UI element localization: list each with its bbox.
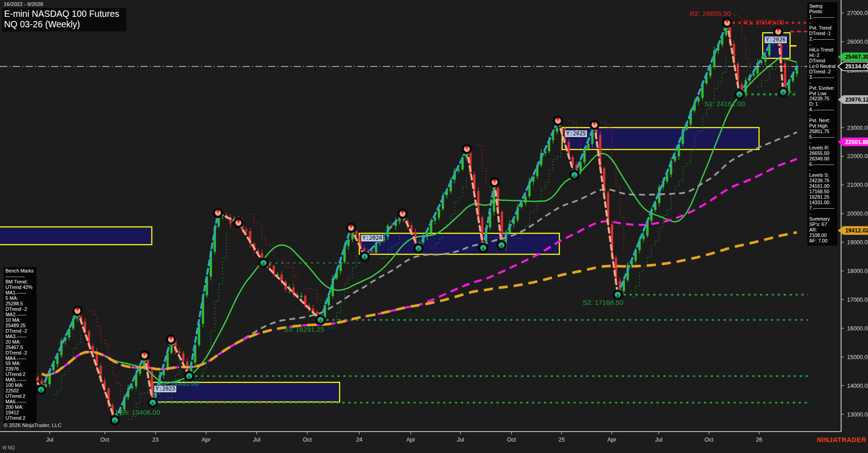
time-axis-label: Apr [406, 437, 415, 443]
instrument-label: W NQ [2, 445, 15, 450]
moving-averages-layer [42, 58, 797, 383]
level-annotation: R2: 26655.50 [690, 10, 731, 17]
time-axis-label: 26 [756, 437, 762, 443]
chart-canvas[interactable]: R2: 26655.50R1: 26349.00S1: 24161.00S2: … [0, 0, 868, 453]
price-tag-label: 25134.00 [845, 63, 868, 70]
price-axis-label: 13000.00 [847, 412, 868, 418]
chart-title-line1: E-mini NASDAQ 100 Futures [4, 9, 124, 19]
price-axis-label: 18000.00 [847, 268, 868, 274]
time-axis-label: Jul [46, 437, 53, 443]
bench-marks-panel: Bench Marks ------------ BM Trend: UTren… [4, 267, 36, 423]
price-axis-label: 19000.00 [847, 239, 868, 246]
ma-100-line [42, 159, 797, 376]
time-axis-label: Oct [704, 437, 713, 443]
ma-20-line [42, 58, 797, 383]
time-axis-label: Jul [655, 437, 662, 443]
swing-segment [594, 125, 618, 295]
swing-segment [41, 311, 78, 390]
price-tag-label: 23976.12 [845, 97, 868, 103]
price-axis-label: 17000.00 [847, 297, 868, 303]
price-axis-label: 15000.00 [847, 354, 868, 360]
level-annotation: R1: 26349.00 [743, 18, 784, 26]
swing-segment [727, 23, 739, 94]
chart-title: E-mini NASDAQ 100 Futures NQ 03-26 (Week… [2, 8, 126, 31]
price-axis-label: 22000.00 [847, 153, 868, 160]
level-annotation: S1: 24161.00 [704, 100, 745, 108]
year-box[interactable] [359, 233, 559, 254]
price-tag-label: 19412.02 [845, 227, 868, 234]
date-range-label: 16/2022 - 9/2026 [4, 1, 43, 7]
price-axis-label: 21000.00 [847, 182, 868, 188]
time-axis-label: Apr [607, 437, 616, 443]
year-label[interactable]: Y:2025 [564, 130, 588, 138]
swing-segment [320, 228, 351, 320]
ninjatrader-logo: NINJATRADER [817, 436, 866, 443]
swing-segment [189, 213, 218, 376]
time-axis-label: 24 [356, 437, 362, 443]
year-label[interactable]: Y:2023 [154, 385, 177, 393]
swing-segment [78, 311, 115, 420]
time-axis-label: Apr [202, 437, 210, 443]
year-label[interactable]: Y:2024 [361, 234, 384, 242]
time-axis-label: Oct [507, 437, 516, 443]
price-axis-label: 14000.00 [847, 383, 868, 389]
level-annotation: S5: 13406.00 [119, 408, 160, 416]
price-axis-label: 26000.00 [847, 39, 868, 45]
price-tag-label: 22501.88 [845, 139, 868, 145]
price-axis-label: 27000.00 [847, 10, 868, 16]
level-annotation: S2: 17168.50 [583, 299, 623, 306]
time-axis-label: Oct [303, 437, 312, 443]
time-axis-label: 25 [558, 437, 565, 443]
chart-title-line2: NQ 03-26 (Weekly) [4, 19, 124, 30]
price-tag-label: 25467.39 [845, 54, 868, 60]
time-axis-label: 23 [152, 437, 159, 443]
level-annotation: S3: 16291.25 [284, 325, 324, 333]
price-axis-label: 16000.00 [847, 325, 868, 332]
price-axis-label: 23000.00 [847, 125, 868, 131]
year-box[interactable] [0, 227, 152, 245]
swing-zigzag-layer [26, 23, 797, 420]
swing-segment [171, 340, 189, 376]
time-axis-label: Oct [100, 437, 109, 443]
time-axis-label: Jul [457, 437, 464, 443]
year-label[interactable]: Y:2026 [764, 36, 787, 44]
swing-pivots-panel: Swing Pivots 1.-------------- Pvt. Trend… [807, 2, 837, 246]
pivot-trails-layer [53, 15, 777, 419]
ninjatrader-chart-window: R2: 26655.50R1: 26349.00S1: 24161.00S2: … [0, 0, 868, 453]
copyright-label: © 2026 NinjaTrader, LLC [4, 422, 62, 428]
price-axis-label: 20000.00 [847, 211, 868, 217]
time-axis-label: Jul [253, 437, 260, 443]
